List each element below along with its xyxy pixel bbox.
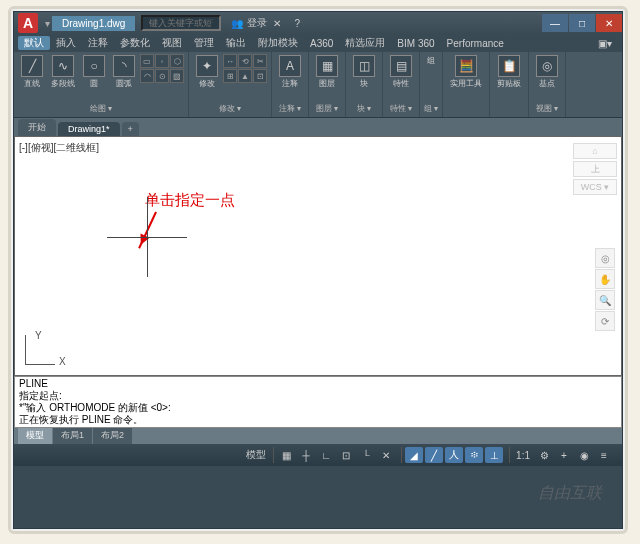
panel-baseview: ◎基点 视图 ▾ — [529, 52, 566, 117]
tab-bim360[interactable]: BIM 360 — [391, 38, 440, 49]
annoscale-icon[interactable]: 人 — [445, 447, 463, 463]
osnap-icon[interactable]: ╱ — [425, 447, 443, 463]
panel-modify: ✦修改 ↔⟲✂⊞▲⊡ 修改 ▾ — [189, 52, 272, 117]
drawing-canvas[interactable]: [-][俯视][二维线框] ⌂ 上 WCS ▾ 单击指定一点 YX ◎ ✋ 🔍 … — [14, 136, 622, 376]
layout-tabs: 模型 布局1 布局2 — [14, 428, 622, 444]
orbit-icon[interactable]: ⟳ — [595, 311, 615, 331]
view-cube[interactable]: ⌂ 上 WCS ▾ — [573, 141, 617, 231]
tab-a360[interactable]: A360 — [304, 38, 339, 49]
circle-button[interactable]: ○圆 — [80, 54, 108, 90]
tab-new[interactable]: + — [122, 122, 139, 136]
wcs-dropdown: WCS ▾ — [573, 179, 617, 195]
document-title: Drawing1.dwg — [52, 16, 135, 31]
panel-layer: ▦图层 图层 ▾ — [309, 52, 346, 117]
add-icon[interactable]: + — [555, 447, 573, 463]
lineweight-icon[interactable]: ⊥ — [485, 447, 503, 463]
tab-output[interactable]: 输出 — [220, 36, 252, 50]
snap-icon[interactable]: ┼ — [297, 447, 315, 463]
layout-2[interactable]: 布局2 — [93, 428, 132, 444]
tab-annotate[interactable]: 注释 — [82, 36, 114, 50]
isolate-icon[interactable]: ◉ — [575, 447, 593, 463]
command-window: PLINE 指定起点: *"输入 ORTHOMODE 的新值 <0>: 正在恢复… — [14, 376, 622, 428]
viewport-label[interactable]: [-][俯视][二维线框] — [19, 141, 99, 155]
polar-icon[interactable]: ⊡ — [337, 447, 355, 463]
tab-parametric[interactable]: 参数化 — [114, 36, 156, 50]
modify-flyout[interactable]: ↔⟲✂⊞▲⊡ — [223, 54, 267, 83]
navigation-bar: ◎ ✋ 🔍 ⟳ — [595, 247, 617, 332]
command-history: PLINE 指定起点: *"输入 ORTHOMODE 的新值 <0>: 正在恢复… — [15, 377, 621, 427]
grid-icon[interactable]: ▦ — [277, 447, 295, 463]
tab-drawing1[interactable]: Drawing1* — [58, 122, 120, 136]
properties-button[interactable]: ▤特性 — [387, 54, 415, 90]
draw-flyout[interactable]: ▭◦⬡◠⊙▨ — [140, 54, 184, 83]
help-icon[interactable]: ? — [289, 15, 305, 31]
tab-view[interactable]: 视图 — [156, 36, 188, 50]
annovisible-icon[interactable]: ፨ — [465, 447, 483, 463]
tab-start[interactable]: 开始 — [18, 119, 56, 136]
osnap-off-icon[interactable]: ✕ — [377, 447, 395, 463]
group-button[interactable]: 组 — [424, 54, 438, 67]
tab-manage[interactable]: 管理 — [188, 36, 220, 50]
panel-utilities: 🧮实用工具 — [443, 52, 490, 117]
maximize-button[interactable]: □ — [569, 14, 595, 32]
otrack-icon[interactable]: ◢ — [405, 447, 423, 463]
utilities-button[interactable]: 🧮实用工具 — [447, 54, 485, 90]
watermark: 自由互联 — [538, 483, 602, 504]
home-icon: ⌂ — [573, 143, 617, 159]
ribbon: ╱直线 ∿多段线 ○圆 ◝圆弧 ▭◦⬡◠⊙▨ 绘图 ▾ ✦修改 ↔⟲✂⊞▲⊡ 修… — [14, 52, 622, 118]
model-space-toggle[interactable]: 模型 — [242, 447, 270, 463]
panel-clipboard: 📋剪贴板 — [490, 52, 529, 117]
minimize-button[interactable]: — — [542, 14, 568, 32]
layout-1[interactable]: 布局1 — [53, 428, 92, 444]
zoom-icon[interactable]: 🔍 — [595, 290, 615, 310]
user-icon[interactable]: 👥 — [229, 15, 245, 31]
tab-addins[interactable]: 附加模块 — [252, 36, 304, 50]
panel-group: 组 组 ▾ — [420, 52, 443, 117]
app-logo[interactable]: A — [18, 13, 38, 33]
title-bar: A ▾ Drawing1.dwg 👥 登录 ✕ ? — □ ✕ — [14, 12, 622, 34]
pan-icon[interactable]: ✋ — [595, 269, 615, 289]
tab-default[interactable]: 默认 — [18, 36, 50, 50]
exchange-icon[interactable]: ✕ — [269, 15, 285, 31]
line-button[interactable]: ╱直线 — [18, 54, 46, 90]
tab-performance[interactable]: Performance — [441, 38, 510, 49]
status-bar: 模型 ▦ ┼ ∟ ⊡ └ ✕ ◢ ╱ 人 ፨ ⊥ 1:1 ⚙ + ◉ ≡ — [14, 444, 622, 466]
panel-block: ◫块 块 ▾ — [346, 52, 383, 117]
search-input[interactable] — [141, 15, 221, 31]
annotation-text: 单击指定一点 — [145, 191, 235, 210]
basepoint-button[interactable]: ◎基点 — [533, 54, 561, 90]
scale-icon[interactable]: 1:1 — [513, 447, 533, 463]
ribbon-tabs: 默认 插入 注释 参数化 视图 管理 输出 附加模块 A360 精选应用 BIM… — [14, 34, 622, 52]
arc-button[interactable]: ◝圆弧 — [110, 54, 138, 90]
file-tabs: 开始 Drawing1* + — [14, 118, 622, 136]
modify-button[interactable]: ✦修改 — [193, 54, 221, 90]
clipboard-button[interactable]: 📋剪贴板 — [494, 54, 524, 90]
viewcube-top: 上 — [573, 161, 617, 177]
close-button[interactable]: ✕ — [596, 14, 622, 32]
tab-featured[interactable]: 精选应用 — [339, 36, 391, 50]
isodraft-icon[interactable]: └ — [357, 447, 375, 463]
polyline-button[interactable]: ∿多段线 — [48, 54, 78, 90]
block-button[interactable]: ◫块 — [350, 54, 378, 90]
layout-model[interactable]: 模型 — [18, 428, 52, 444]
gear-icon[interactable]: ⚙ — [535, 447, 553, 463]
customize-icon[interactable]: ≡ — [595, 447, 613, 463]
panel-annotate: A注释 注释 ▾ — [272, 52, 309, 117]
annotate-button[interactable]: A注释 — [276, 54, 304, 90]
layer-button[interactable]: ▦图层 — [313, 54, 341, 90]
tab-insert[interactable]: 插入 — [50, 36, 82, 50]
ribbon-collapse-icon[interactable]: ▣▾ — [592, 38, 618, 49]
panel-properties: ▤特性 特性 ▾ — [383, 52, 420, 117]
ortho-icon[interactable]: ∟ — [317, 447, 335, 463]
wheel-icon[interactable]: ◎ — [595, 248, 615, 268]
login-link[interactable]: 登录 — [247, 16, 267, 30]
app-menu-dropdown[interactable]: ▾ — [42, 18, 52, 29]
panel-draw: ╱直线 ∿多段线 ○圆 ◝圆弧 ▭◦⬡◠⊙▨ 绘图 ▾ — [14, 52, 189, 117]
